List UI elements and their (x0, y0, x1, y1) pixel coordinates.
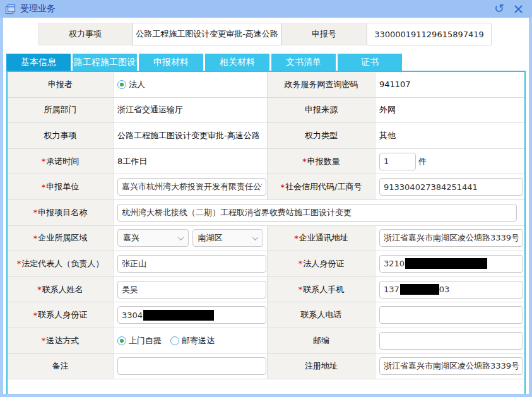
declare-unit-label: *申报单位 (8, 174, 114, 199)
postcode-input[interactable] (379, 332, 523, 350)
register-address-label: 注册地址 (268, 354, 375, 379)
tab-related-materials[interactable]: 相关材料 (205, 54, 269, 71)
basic-info-form: 申报者 法人 政务服务网查询密码 941107 所属部门 浙江省交通运输厅 申报… (6, 71, 526, 394)
tab-basic-info[interactable]: 基本信息 (6, 54, 71, 71)
company-address-label: *企业通讯地址 (268, 226, 375, 251)
row-power-item: 权力事项 公路工程施工图设计变更审批-高速公路 权力类型 其他 (8, 123, 524, 149)
power-type-label: 权力类型 (268, 123, 375, 148)
query-password-label: 政务服务网查询密码 (268, 72, 375, 97)
region-district-value: 南湖区 (198, 232, 223, 244)
delivery-radio-group: 上门自提 邮寄送达 (117, 335, 215, 347)
contact-mobile-label: *联系人手机 (268, 277, 375, 302)
contact-id-prefix: 3304 (122, 311, 143, 320)
region-city-value: 嘉兴 (123, 232, 139, 244)
row-project-name: *申报项目名称 (8, 200, 524, 226)
close-icon (514, 4, 523, 14)
power-item-header-label: 权力事项 (38, 23, 133, 45)
contact-name-cell (114, 277, 268, 302)
promise-time-value: 8工作日 (114, 149, 268, 174)
applicant-value-cell: 法人 (114, 72, 268, 97)
region-cell: 嘉兴 南湖区 (114, 226, 268, 251)
tab-document-list[interactable]: 文书清单 (271, 54, 336, 71)
legal-id-input[interactable]: 3210 (379, 255, 523, 273)
quantity-unit: 件 (418, 156, 427, 167)
contact-phone-input[interactable] (379, 306, 523, 324)
power-item-value: 公路工程施工图设计变更审批-高速公路 (114, 123, 268, 148)
tab-bar: 基本信息 公路工程施工图设计 申报材料 相关材料 文书清单 证书 (6, 54, 529, 71)
contact-mobile-prefix: 137 (384, 285, 399, 294)
contact-name-input[interactable] (117, 281, 266, 299)
credit-code-label: *社会信用代码/工商号 (268, 174, 375, 199)
department-value: 浙江省交通运输厅 (114, 98, 268, 123)
refresh-icon: ↺ (494, 3, 504, 15)
legal-id-cell: 3210 (375, 251, 524, 276)
redaction-bar (400, 284, 439, 295)
region-label: *企业所属区域 (8, 226, 114, 251)
delivery-cell: 上门自提 邮寄送达 (114, 328, 268, 353)
applicant-label: 申报者 (8, 72, 114, 97)
region-city-dropdown[interactable]: 嘉兴 (117, 229, 189, 247)
radio-self-pickup-icon[interactable] (117, 336, 126, 345)
project-name-input[interactable] (117, 204, 517, 222)
region-district-dropdown[interactable]: 南湖区 (192, 229, 264, 247)
chevron-down-icon (177, 234, 184, 240)
quantity-input[interactable] (379, 153, 416, 170)
tab-declare-materials[interactable]: 申报材料 (139, 54, 203, 71)
radio-option-self-pickup[interactable]: 上门自提 (117, 335, 162, 347)
delivery-label: *送达方式 (8, 328, 114, 353)
row-contact-name: *联系人姓名 *联系人手机 137 03 (8, 277, 524, 303)
source-label: 申报来源 (268, 98, 375, 123)
project-name-cell (114, 200, 524, 225)
tab-certificate[interactable]: 证书 (338, 54, 402, 71)
radio-mail-delivery-icon[interactable] (170, 336, 179, 345)
window-title: 受理业务 (20, 3, 56, 15)
postcode-cell (375, 328, 524, 353)
company-address-cell (375, 226, 524, 251)
refresh-button[interactable]: ↺ (492, 2, 507, 16)
contact-mobile-input[interactable]: 137 03 (379, 281, 523, 299)
contact-id-input[interactable]: 3304 (117, 306, 266, 324)
remark-cell (114, 354, 268, 379)
remark-label: 备注 (8, 354, 114, 379)
credit-code-cell (375, 174, 524, 199)
legal-person-input[interactable] (117, 255, 266, 273)
window: 受理业务 ↺ 权力事项 公路工程施工图设计变更审批-高速公路 申报号 33000… (0, 0, 532, 397)
window-form-icon (5, 4, 16, 15)
postcode-label: 邮编 (268, 328, 375, 353)
legal-id-prefix: 3210 (384, 259, 405, 268)
chevron-down-icon (252, 234, 259, 240)
register-address-cell (375, 354, 524, 379)
contact-phone-cell (375, 302, 524, 328)
remark-input[interactable] (117, 357, 266, 375)
row-contact-id: *联系人身份证 3304 联系人电话 (8, 302, 524, 328)
row-applicant: 申报者 法人 政务服务网查询密码 941107 (8, 72, 524, 98)
declare-unit-input[interactable] (117, 178, 266, 196)
row-legal-person: *法定代表人（负责人） *法人身份证 3210 (8, 251, 524, 277)
redaction-bar (143, 310, 214, 321)
contact-name-label: *联系人姓名 (8, 277, 114, 302)
application-number-label: 申报号 (281, 23, 367, 45)
content-area: 权力事项 公路工程施工图设计变更审批-高速公路 申报号 330000191129… (3, 18, 529, 394)
department-label: 所属部门 (8, 98, 114, 123)
contact-phone-label: 联系人电话 (268, 302, 375, 328)
close-button[interactable] (511, 2, 526, 16)
application-number-value: 330000191129615897419 (367, 23, 492, 45)
power-type-value: 其他 (375, 123, 524, 148)
tab-construction-drawing[interactable]: 公路工程施工图设计 (73, 54, 137, 71)
radio-option-legal-person[interactable]: 法人 (117, 79, 145, 90)
legal-person-cell (114, 251, 268, 276)
legal-person-label: *法定代表人（负责人） (8, 251, 114, 276)
credit-code-input[interactable] (379, 178, 523, 196)
company-address-input[interactable] (379, 229, 523, 247)
row-region: *企业所属区域 嘉兴 南湖区 *企业通讯地址 (8, 226, 524, 252)
contact-id-cell: 3304 (114, 302, 268, 328)
radio-option-mail-delivery[interactable]: 邮寄送达 (170, 335, 215, 347)
source-value: 外网 (375, 98, 524, 123)
row-delivery: *送达方式 上门自提 邮寄送达 邮编 (8, 328, 524, 354)
quantity-value-cell: 件 (375, 149, 524, 174)
project-name-label: *申报项目名称 (8, 200, 114, 225)
register-address-input[interactable] (379, 357, 523, 375)
redaction-bar (405, 258, 487, 269)
radio-legal-person-icon[interactable] (117, 80, 126, 89)
query-password-value: 941107 (375, 72, 524, 97)
